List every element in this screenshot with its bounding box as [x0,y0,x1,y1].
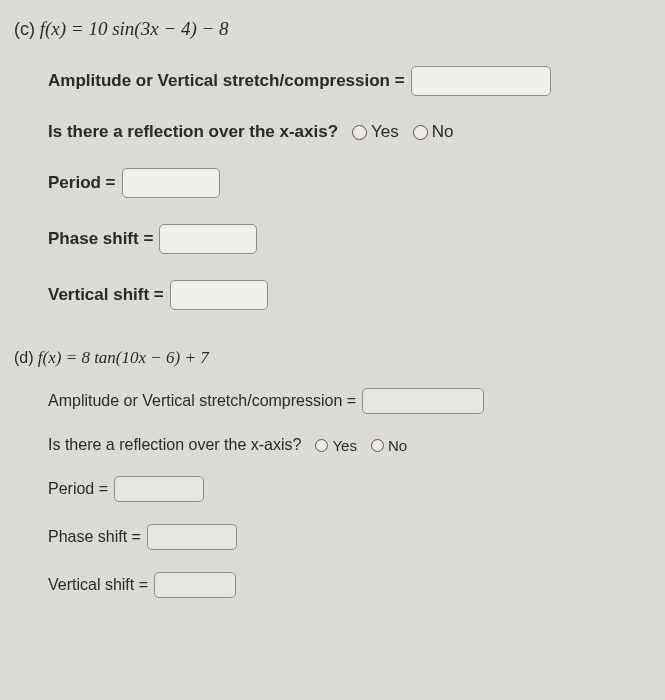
reflection-yes-radio-d[interactable] [315,439,328,452]
problem-c-header: (c) f(x) = 10 sin(3x − 4) − 8 [14,18,651,40]
problem-c-body: Amplitude or Vertical stretch/compressio… [14,66,651,310]
reflection-yes-radio-c[interactable] [352,125,367,140]
problem-c-equation: f(x) = 10 sin(3x − 4) − 8 [40,18,229,39]
reflection-question-d: Is there a reflection over the x-axis? [48,436,301,454]
problem-c: (c) f(x) = 10 sin(3x − 4) − 8 Amplitude … [14,18,651,310]
period-input-c[interactable] [122,168,220,198]
amplitude-row-c: Amplitude or Vertical stretch/compressio… [48,66,651,96]
problem-d-label: (d) [14,349,34,366]
phase-input-d[interactable] [147,524,237,550]
amplitude-input-d[interactable] [362,388,484,414]
period-row-d: Period = [48,476,651,502]
vshift-label-c: Vertical shift = [48,285,164,305]
period-label-d: Period = [48,480,108,498]
vshift-input-d[interactable] [154,572,236,598]
reflection-row-d: Is there a reflection over the x-axis? Y… [48,436,651,454]
reflection-no-radio-d[interactable] [371,439,384,452]
amplitude-input-c[interactable] [411,66,551,96]
vshift-row-c: Vertical shift = [48,280,651,310]
reflection-yes-wrap-d: Yes [307,437,356,454]
reflection-no-label-d: No [388,437,407,454]
phase-input-c[interactable] [159,224,257,254]
amplitude-label-d: Amplitude or Vertical stretch/compressio… [48,392,356,410]
vshift-label-d: Vertical shift = [48,576,148,594]
problem-d-body: Amplitude or Vertical stretch/compressio… [14,388,651,598]
reflection-yes-wrap-c: Yes [344,122,399,142]
vshift-row-d: Vertical shift = [48,572,651,598]
reflection-question-c: Is there a reflection over the x-axis? [48,122,338,142]
problem-c-label: (c) [14,19,35,39]
period-input-d[interactable] [114,476,204,502]
problem-d-header: (d) f(x) = 8 tan(10x − 6) + 7 [14,348,651,368]
period-label-c: Period = [48,173,116,193]
reflection-row-c: Is there a reflection over the x-axis? Y… [48,122,651,142]
phase-row-d: Phase shift = [48,524,651,550]
reflection-yes-label-d: Yes [332,437,356,454]
reflection-yes-label-c: Yes [371,122,399,142]
amplitude-row-d: Amplitude or Vertical stretch/compressio… [48,388,651,414]
phase-label-d: Phase shift = [48,528,141,546]
amplitude-label-c: Amplitude or Vertical stretch/compressio… [48,71,405,91]
reflection-no-wrap-c: No [405,122,454,142]
phase-row-c: Phase shift = [48,224,651,254]
problem-d-equation: f(x) = 8 tan(10x − 6) + 7 [38,348,209,367]
reflection-no-wrap-d: No [363,437,407,454]
vshift-input-c[interactable] [170,280,268,310]
reflection-no-radio-c[interactable] [413,125,428,140]
period-row-c: Period = [48,168,651,198]
reflection-no-label-c: No [432,122,454,142]
phase-label-c: Phase shift = [48,229,153,249]
problem-d: (d) f(x) = 8 tan(10x − 6) + 7 Amplitude … [14,348,651,598]
